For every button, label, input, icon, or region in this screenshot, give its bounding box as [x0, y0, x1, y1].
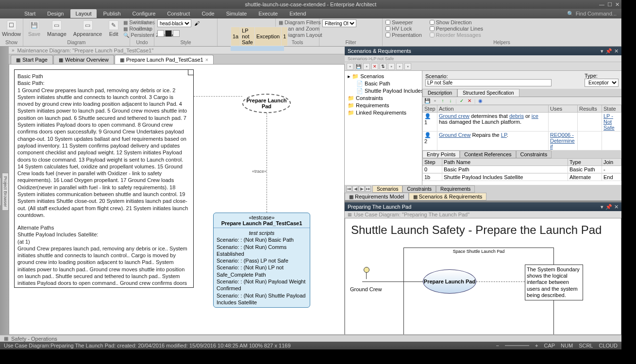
hvlock-check[interactable]: HV Lock	[385, 26, 422, 32]
brush-icon[interactable]: 🖌	[194, 20, 200, 26]
menu-execute[interactable]: Execute	[253, 9, 283, 18]
action-icon[interactable]: ▫	[432, 98, 438, 104]
remove-icon[interactable]: ✕	[467, 98, 472, 104]
dropdown-icon[interactable]: ▾	[601, 204, 603, 210]
redo-button[interactable]: ↷ Redo	[133, 26, 151, 32]
align-icon[interactable]	[244, 27, 251, 34]
save-icon[interactable]: 💾	[424, 98, 430, 104]
filter-select[interactable]: Filtering Off	[322, 19, 356, 27]
align-icon[interactable]	[251, 19, 258, 26]
diagram-filters[interactable]: ▦ Diagram Filters	[279, 19, 316, 25]
menu-design[interactable]: Design	[42, 9, 68, 18]
pin-icon[interactable]: 📌	[605, 48, 612, 54]
maximize-icon[interactable]: ☐	[607, 1, 612, 8]
find-command[interactable]: Find Command...	[576, 11, 617, 17]
tab-description[interactable]: Description	[422, 89, 457, 97]
align-icon[interactable]	[236, 27, 243, 34]
note-element[interactable]: Basic Path Basic Path: 1 Ground Crew pre…	[14, 69, 194, 288]
align-icon[interactable]	[228, 27, 235, 34]
edit-button[interactable]: ✎Edit	[107, 19, 120, 38]
nav-next[interactable]: ▶	[359, 186, 365, 192]
diagram-layout[interactable]: ▦ Diagram Layout	[279, 32, 316, 38]
minimize-icon[interactable]: —	[599, 1, 604, 7]
nav-first[interactable]: ⏮	[346, 186, 352, 192]
close-icon[interactable]: ✕	[614, 204, 619, 210]
delete-icon[interactable]: ✕	[371, 63, 378, 70]
align-icon[interactable]	[220, 27, 227, 34]
align-icon[interactable]	[220, 19, 227, 26]
menu-construct[interactable]: Construct	[162, 9, 195, 18]
print-icon[interactable]: ▫	[388, 63, 395, 70]
undo-button[interactable]: ↶ Undo	[133, 19, 151, 25]
close-icon[interactable]: ×	[205, 57, 208, 63]
tab-constraints3[interactable]: Constraints	[402, 185, 436, 193]
menu-extend[interactable]: Extend	[285, 9, 311, 18]
sweeper-check[interactable]: Sweeper	[385, 19, 422, 25]
pan-zoom[interactable]: ▦ Pan and Zoom	[279, 26, 316, 32]
tab-scenarios[interactable]: Scenarios	[372, 185, 402, 193]
menu-configure[interactable]: Configure	[128, 9, 161, 18]
note-element2[interactable]: The System Boundary shows the logical in…	[525, 265, 583, 300]
usecase-element[interactable]: Prepare Launch Pad	[242, 94, 291, 113]
menu-publish[interactable]: Publish	[99, 9, 126, 18]
reorder-check[interactable]: Reorder Messages	[430, 32, 483, 38]
usecase-element2[interactable]: Prepare Launch Pad	[423, 269, 476, 294]
tab-requirements[interactable]: Requirements	[436, 185, 475, 193]
close-icon[interactable]: ✕	[615, 1, 619, 8]
copy-icon[interactable]: ▫	[363, 63, 370, 70]
sort-icon[interactable]: ⇅	[380, 63, 386, 70]
align-icon[interactable]	[259, 19, 266, 26]
entry-points-table[interactable]: StepPath NameTypeJoin 0Basic PathBasic P…	[422, 158, 621, 181]
diagram-canvas[interactable]: Basic Path Basic Path: 1 Ground Crew pre…	[9, 64, 345, 335]
tab-constraints2[interactable]: Constraints	[516, 150, 552, 158]
new-icon[interactable]: ▫	[347, 63, 353, 70]
down-icon[interactable]: ↓	[448, 98, 453, 104]
tab-scen-req[interactable]: ▦ Scenarios & Requirements	[409, 193, 487, 200]
tab-structured[interactable]: Structured Specification	[457, 89, 519, 97]
perp-check[interactable]: Perpendicular Lines	[430, 26, 483, 32]
window-button[interactable]: ☐Window	[3, 19, 20, 38]
resources-tab[interactable]: Resources	[0, 178, 1, 205]
text-color[interactable]	[165, 30, 172, 37]
search-icon[interactable]: 🔍	[567, 11, 574, 17]
tab-context[interactable]: Context References	[460, 150, 516, 158]
export-icon[interactable]: ▫	[404, 63, 411, 70]
showdir-check[interactable]: Show Direction	[430, 19, 483, 25]
tab-testcase[interactable]: ▦ Prepare Launch Pad_TestCase1 ×	[115, 55, 214, 64]
usecase-canvas[interactable]: Shuttle Launch Safety - Prepare the Laun…	[345, 218, 621, 335]
nav-prev[interactable]: ◀	[352, 186, 358, 192]
scenario-type-select[interactable]: Exception	[585, 79, 619, 87]
align-icon[interactable]	[228, 19, 235, 26]
scenario-tree[interactable]: ▸ 📁 Scenarios 📄 Basic Path 📄 LP not Safe…	[345, 71, 422, 185]
align-icon[interactable]	[251, 27, 258, 34]
menu-code[interactable]: Code	[197, 9, 219, 18]
testcase-element[interactable]: «testcase» Prepare Launch Pad_TestCase1 …	[213, 213, 310, 308]
align-icon[interactable]	[236, 19, 243, 26]
align-icon[interactable]	[259, 27, 266, 34]
tab-req-model[interactable]: ▦ Requirements Model	[345, 193, 409, 200]
up-icon[interactable]: ↑	[440, 98, 446, 104]
link-icon[interactable]: ◉	[478, 98, 484, 104]
line-color[interactable]	[173, 30, 180, 37]
align-icon[interactable]	[244, 19, 251, 26]
dropdown-icon[interactable]: ▾	[601, 48, 603, 54]
project-browser-tab[interactable]: Project Browser	[2, 173, 9, 211]
head-style-select[interactable]: head-black	[157, 19, 191, 27]
close-icon[interactable]: ✕	[614, 48, 619, 54]
actor-element[interactable]: Ground Crew	[350, 267, 382, 292]
menu-simulate[interactable]: Simulate	[221, 9, 252, 18]
tab-start[interactable]: ▦ Start Page	[11, 55, 53, 64]
save-button[interactable]: 💾Save	[26, 19, 42, 38]
manage-button[interactable]: ▭Manage	[45, 19, 68, 38]
save-icon[interactable]: 💾	[355, 63, 362, 70]
pin-icon[interactable]: 📌	[605, 204, 612, 210]
fill-color[interactable]	[157, 30, 164, 37]
steps-table[interactable]: StepActionUsesResultsState 👤 1Ground cre…	[422, 105, 621, 150]
appearance-button[interactable]: ▭Appearance	[71, 19, 104, 38]
pres-check[interactable]: Presentation	[385, 32, 422, 38]
scenario-name-input[interactable]	[425, 79, 552, 86]
add-icon[interactable]: ✓	[459, 98, 465, 104]
nav-last[interactable]: ⏭	[365, 186, 371, 192]
tab-entry-points[interactable]: Entry Points	[422, 150, 460, 158]
view-icon[interactable]: ▫	[396, 63, 403, 70]
